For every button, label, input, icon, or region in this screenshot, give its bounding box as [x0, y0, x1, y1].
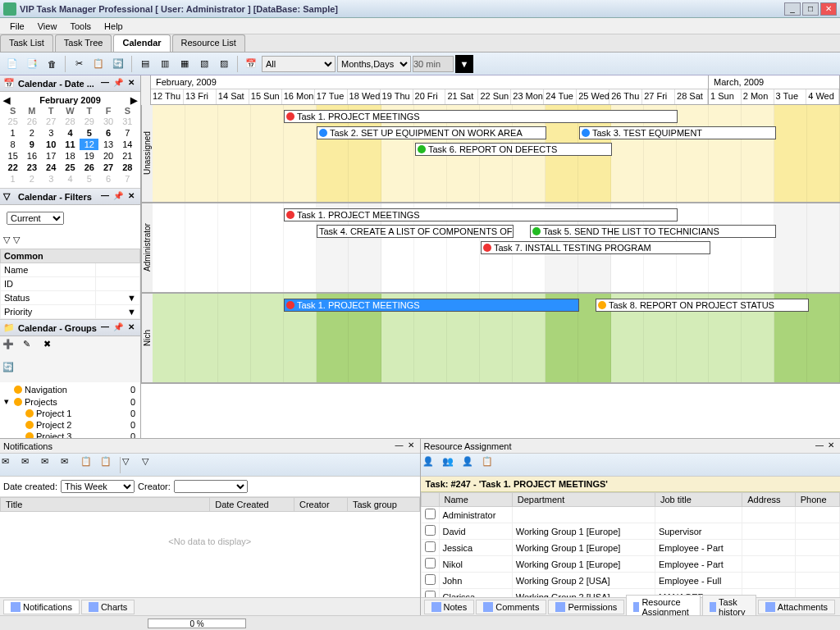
- filter-select[interactable]: All: [262, 56, 336, 72]
- panel-close-icon[interactable]: ✕: [126, 78, 137, 89]
- refresh-button[interactable]: 🔄: [109, 55, 127, 73]
- resource-row[interactable]: JohnWorking Group 2 [USA]Employee - Full: [421, 573, 840, 589]
- cal-day[interactable]: 15: [3, 150, 22, 162]
- cut-button[interactable]: ✂: [70, 55, 88, 73]
- tab-calendar[interactable]: Calendar: [113, 34, 170, 52]
- cal-day[interactable]: 28: [118, 162, 137, 173]
- filter-section-common[interactable]: Common: [1, 249, 140, 263]
- cal-day[interactable]: 16: [22, 150, 41, 162]
- gantt-day-header[interactable]: 2 Mon: [742, 89, 774, 104]
- cal-day[interactable]: 4: [61, 127, 80, 139]
- cal-day[interactable]: 12: [80, 139, 98, 150]
- tree-node[interactable]: Project 20: [2, 419, 139, 431]
- resource-row[interactable]: JessicaWorking Group 1 [Europe]Employee …: [421, 540, 840, 556]
- notif-filter2-button[interactable]: ▽: [142, 456, 160, 474]
- gantt-day-header[interactable]: 20 Fri: [413, 89, 446, 104]
- cal-day[interactable]: 7: [118, 127, 137, 139]
- cal-day[interactable]: 25: [61, 162, 80, 173]
- panel-min-icon[interactable]: —: [99, 78, 111, 89]
- btab-charts[interactable]: Charts: [81, 600, 135, 614]
- cal-day[interactable]: 24: [42, 162, 61, 173]
- gantt-task-bar[interactable]: Task 3. TEST EQUIPMENT: [579, 126, 776, 139]
- cal-day[interactable]: 1: [3, 127, 22, 139]
- gantt-task-bar[interactable]: Task 2. SET UP EQUIPMENT ON WORK AREA: [317, 126, 546, 139]
- assign-checkbox[interactable]: [425, 591, 436, 597]
- copy-button[interactable]: 📋: [89, 55, 107, 73]
- cal-day[interactable]: 28: [61, 116, 80, 127]
- cal-day[interactable]: 20: [98, 150, 117, 162]
- res-btn2[interactable]: 👥: [442, 456, 460, 474]
- gantt-day-header[interactable]: 21 Sat: [445, 89, 478, 104]
- cal-day[interactable]: 22: [3, 162, 22, 173]
- cal-prev-button[interactable]: ◀: [3, 95, 10, 106]
- res-col-header[interactable]: Phone: [795, 493, 839, 507]
- menu-view[interactable]: View: [31, 20, 64, 33]
- cal-day[interactable]: 19: [80, 150, 98, 162]
- gantt-task-bar[interactable]: Task 5. SEND THE LIST TO TECHNICIANS: [530, 225, 776, 238]
- cal-day[interactable]: 26: [80, 162, 98, 173]
- cal-day[interactable]: 25: [3, 116, 22, 127]
- cal-day[interactable]: 23: [22, 162, 41, 173]
- tree-node[interactable]: ▾Projects0: [2, 395, 139, 408]
- gantt-day-header[interactable]: 19 Thu: [381, 89, 413, 104]
- scale-select[interactable]: Months,Days: [337, 56, 411, 72]
- gantt-day-header[interactable]: 13 Fri: [184, 89, 217, 104]
- notif-btn2[interactable]: ✉: [21, 456, 39, 474]
- pane-close-icon[interactable]: ✕: [405, 441, 417, 452]
- cal-day[interactable]: 6: [98, 127, 117, 139]
- gantt-task-bar[interactable]: Task 6. REPORT ON DEFECTS: [415, 143, 612, 156]
- gantt-day-header[interactable]: 24 Tue: [544, 89, 577, 104]
- group-delete-button[interactable]: ✖: [43, 339, 62, 357]
- date-created-select[interactable]: This Week: [61, 480, 135, 493]
- cal-day[interactable]: 4: [61, 173, 80, 185]
- tree-node[interactable]: Project 10: [2, 408, 139, 419]
- btab-permissions[interactable]: Permissions: [548, 600, 624, 614]
- btab-comments[interactable]: Comments: [476, 600, 546, 614]
- menu-help[interactable]: Help: [98, 20, 130, 33]
- gantt-task-bar[interactable]: Task 7. INSTALL TESTING PROGRAM: [481, 241, 710, 254]
- cal-day[interactable]: 27: [98, 162, 117, 173]
- minimize-button[interactable]: _: [784, 2, 801, 16]
- btab-attachments[interactable]: Attachments: [758, 600, 835, 614]
- resource-row[interactable]: DavidWorking Group 1 [Europe]Supervisor: [421, 523, 840, 540]
- tree-node[interactable]: Navigation0: [2, 384, 139, 395]
- res-btn1[interactable]: 👤: [422, 456, 441, 474]
- interval-input[interactable]: [413, 56, 454, 72]
- gantt-day-header[interactable]: 25 Wed: [577, 89, 609, 104]
- filter-clear-button[interactable]: ▽: [13, 235, 20, 245]
- cal-day[interactable]: 5: [80, 173, 98, 185]
- gantt-task-bar[interactable]: Task 1. PROJECT MEETINGS: [284, 110, 678, 123]
- cal-day[interactable]: 26: [22, 116, 41, 127]
- menu-file[interactable]: File: [3, 20, 31, 33]
- assign-checkbox[interactable]: [425, 558, 436, 568]
- gantt-day-header[interactable]: 1 Sun: [709, 89, 742, 104]
- panel-pin-icon[interactable]: 📌: [112, 191, 124, 203]
- cal-day[interactable]: 6: [98, 173, 117, 185]
- cal-day[interactable]: 17: [42, 150, 61, 162]
- creator-select[interactable]: [174, 480, 248, 493]
- filter-field[interactable]: Status: [1, 291, 96, 305]
- gantt-day-header[interactable]: 12 Thu: [151, 89, 184, 104]
- col-datecreated[interactable]: Date Created: [210, 498, 294, 512]
- panel-close-icon[interactable]: ✕: [126, 191, 137, 203]
- gantt-day-header[interactable]: 26 Thu: [609, 89, 642, 104]
- interval-dropdown[interactable]: ▼: [455, 55, 473, 73]
- pane-min-icon[interactable]: —: [814, 441, 825, 452]
- menu-tools[interactable]: Tools: [63, 20, 98, 33]
- cal-day[interactable]: 11: [61, 139, 80, 150]
- view1-button[interactable]: ▤: [136, 55, 154, 73]
- cal-day[interactable]: 1: [3, 173, 22, 185]
- tab-tasktree[interactable]: Task Tree: [55, 34, 112, 52]
- col-title[interactable]: Title: [1, 498, 210, 512]
- tab-resourcelist[interactable]: Resource List: [172, 34, 245, 52]
- res-btn4[interactable]: 📋: [482, 456, 500, 474]
- gantt-day-header[interactable]: 3 Tue: [774, 89, 807, 104]
- notif-btn3[interactable]: ✉: [41, 456, 59, 474]
- cal-day[interactable]: 30: [98, 116, 117, 127]
- view2-button[interactable]: ▥: [156, 55, 174, 73]
- cal-day[interactable]: 21: [118, 150, 137, 162]
- filter-preset-select[interactable]: Current: [7, 212, 64, 225]
- pane-min-icon[interactable]: —: [394, 441, 405, 452]
- calendar-groups-panel-header[interactable]: 📁 Calendar - Groups — 📌 ✕: [0, 320, 140, 336]
- calendar-date-panel-header[interactable]: 📅 Calendar - Date ... — 📌 ✕: [0, 75, 140, 92]
